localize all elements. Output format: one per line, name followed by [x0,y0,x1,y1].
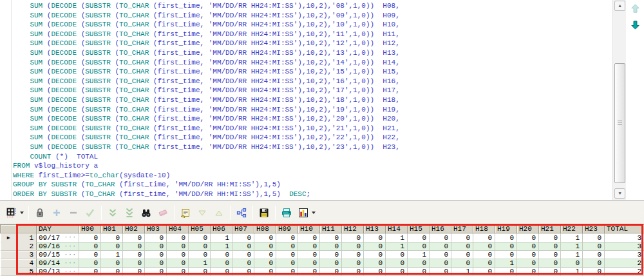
cell-h01[interactable]: 0 [101,259,123,268]
column-header-h11[interactable]: H11 [320,225,342,233]
sort-up-button[interactable] [211,204,227,221]
cell-h12[interactable]: 0 [342,242,364,251]
cell-h06[interactable]: 0 [211,251,232,259]
cell-h23[interactable]: 0 [583,233,605,242]
column-header-h02[interactable]: H02 [123,225,145,233]
cell-h09[interactable]: 0 [276,259,298,268]
cell-h01[interactable]: 1 [101,251,123,259]
total-cell[interactable]: 3 [605,242,644,251]
print-button[interactable] [278,204,295,221]
cell-h19[interactable]: 0 [495,251,517,259]
column-header-h05[interactable]: H05 [189,225,211,233]
cell-h09[interactable]: 0 [276,242,298,251]
cell-h11[interactable]: 0 [320,268,342,276]
column-header-h15[interactable]: H15 [408,225,430,233]
cell-h17[interactable]: 0 [451,251,473,259]
column-header-h09[interactable]: H09 [276,225,298,233]
total-cell[interactable]: 3 [605,251,644,259]
structure-button[interactable] [233,204,250,221]
cell-h09[interactable]: 0 [276,251,298,259]
cell-h11[interactable]: 0 [320,251,342,259]
cell-h17[interactable]: 0 [451,259,473,268]
cell-h22[interactable]: 0 [561,259,583,268]
column-header-h14[interactable]: H14 [386,225,408,233]
row-number-cell[interactable]: 5 [17,268,37,276]
cell-h13[interactable]: 0 [364,242,386,251]
cell-h00[interactable]: 0 [79,233,101,242]
cell-h07[interactable]: 0 [232,251,254,259]
cell-h13[interactable]: 0 [364,251,386,259]
column-header-h01[interactable]: H01 [101,225,123,233]
cell-h00[interactable]: 0 [79,268,101,276]
cell-h01[interactable]: 0 [101,268,123,276]
column-header-h19[interactable]: H19 [495,225,517,233]
cell-h10[interactable]: 0 [298,251,320,259]
cell-h01[interactable]: 0 [101,242,123,251]
cell-h06[interactable]: 1 [211,242,232,251]
cell-h18[interactable]: 0 [473,268,495,276]
cell-h20[interactable]: 0 [517,259,539,268]
cell-h05[interactable]: 0 [189,251,211,259]
cell-h16[interactable]: 0 [430,268,451,276]
scrollbar-thumb[interactable] [614,63,625,183]
cell-h23[interactable]: 0 [583,268,605,276]
cell-h19[interactable]: 0 [495,268,517,276]
cell-h02[interactable]: 0 [123,268,145,276]
cell-h04[interactable]: 0 [167,259,189,268]
column-header-h03[interactable]: H03 [145,225,167,233]
fetch-next-button[interactable] [104,204,121,221]
cell-h07[interactable]: 0 [232,233,254,242]
cell-h12[interactable]: 0 [342,233,364,242]
grid-options-button[interactable] [3,204,26,221]
cell-h18[interactable]: 0 [473,233,495,242]
cell-h04[interactable]: 0 [167,251,189,259]
ellipsis-button[interactable]: ··· [64,251,77,259]
cell-h08[interactable]: 0 [254,233,276,242]
row-number-cell[interactable]: 3 [17,251,37,259]
day-cell[interactable]: 09/17··· [37,233,79,242]
cell-h16[interactable]: 0 [430,259,451,268]
cell-h02[interactable]: 0 [123,233,145,242]
column-header-total[interactable]: TOTAL [605,225,644,233]
ellipsis-button[interactable]: ··· [64,259,77,267]
lock-button[interactable] [32,204,48,221]
cell-h11[interactable]: 0 [320,259,342,268]
cell-h13[interactable]: 0 [364,259,386,268]
row-number-cell[interactable]: 4 [17,259,37,268]
cell-h20[interactable]: 0 [517,268,539,276]
cell-h08[interactable]: 0 [254,251,276,259]
cell-h13[interactable]: 0 [364,233,386,242]
cell-h09[interactable]: 0 [276,268,298,276]
sort-down-button[interactable] [194,204,211,221]
cell-h06[interactable]: 0 [211,259,232,268]
cell-h20[interactable]: 0 [517,251,539,259]
cell-h23[interactable]: 0 [583,259,605,268]
cell-h17[interactable]: 0 [451,233,473,242]
day-cell[interactable]: 09/14··· [37,259,79,268]
column-header-h10[interactable]: H10 [298,225,320,233]
cell-h14[interactable]: 1 [386,242,408,251]
cell-h15[interactable]: 0 [408,233,430,242]
chart-button[interactable] [295,204,317,221]
cell-h05[interactable]: 0 [189,233,211,242]
result-grid[interactable]: DAYH00H01H02H03H04H05H06H07H08H09H10H11H… [0,224,644,276]
column-header-h18[interactable]: H18 [473,225,495,233]
cell-h23[interactable]: 0 [583,242,605,251]
cell-h07[interactable]: 0 [232,268,254,276]
cell-h18[interactable]: 0 [473,259,495,268]
cell-h10[interactable]: 0 [298,268,320,276]
nav-down-button[interactable] [630,19,641,30]
cell-h15[interactable]: 0 [408,259,430,268]
column-header-h17[interactable]: H17 [451,225,473,233]
cell-h04[interactable]: 0 [167,268,189,276]
row-number-cell[interactable]: 2 [17,242,37,251]
post-changes-button[interactable] [82,204,99,221]
cell-h19[interactable]: 0 [495,233,517,242]
fetch-all-button[interactable] [121,204,138,221]
column-header-h20[interactable]: H20 [517,225,539,233]
cell-h12[interactable]: 0 [342,251,364,259]
cell-h02[interactable]: 0 [123,251,145,259]
cell-h05[interactable]: 1 [189,259,211,268]
cell-h19[interactable]: 0 [495,242,517,251]
cell-h08[interactable]: 0 [254,268,276,276]
